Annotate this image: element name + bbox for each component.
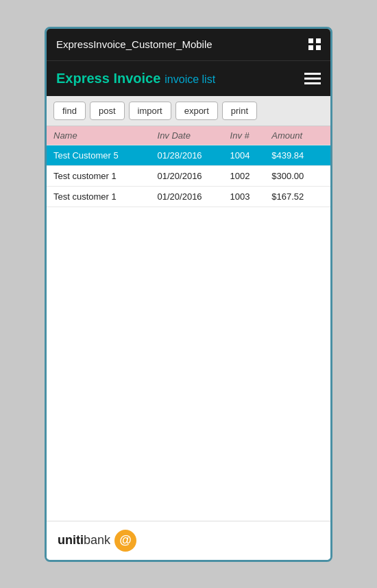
cell-invnum: 1002 — [230, 171, 272, 181]
cell-amount: $167.52 — [271, 191, 324, 202]
footer-logo-icon: @ — [114, 530, 136, 552]
cell-name: Test customer 1 — [53, 171, 158, 181]
col-header-name: Name — [53, 130, 158, 141]
grid-menu-icon[interactable] — [308, 38, 321, 51]
cell-name: Test Customer 5 — [53, 150, 158, 161]
cell-invdate: 01/28/2016 — [158, 150, 230, 161]
cell-invnum: 1003 — [230, 191, 272, 202]
cell-amount: $439.84 — [271, 150, 324, 161]
cell-invdate: 01/20/2016 — [158, 191, 230, 202]
app-title: ExpressInvoice_Customer_Mobile — [56, 38, 212, 50]
footer-brand-regular: bank — [84, 533, 110, 547]
post-button[interactable]: post — [90, 102, 125, 120]
title-bar: ExpressInvoice_Customer_Mobile — [47, 29, 330, 60]
col-header-amount: Amount — [271, 130, 324, 141]
header-subtitle: invoice list — [165, 73, 215, 86]
table-row[interactable]: Test customer 1 01/20/2016 1003 $167.52 — [47, 187, 330, 207]
table-row[interactable]: Test Customer 5 01/28/2016 1004 $439.84 — [47, 145, 330, 166]
cell-invnum: 1004 — [230, 150, 272, 161]
footer: unitibank @ — [47, 521, 330, 560]
brand-name: Express Invoice — [56, 71, 160, 86]
col-header-invnum: Inv # — [230, 130, 272, 141]
export-button[interactable]: export — [175, 102, 218, 120]
print-button[interactable]: print — [222, 102, 257, 120]
footer-brand-text: unitibank — [58, 533, 110, 548]
table-row[interactable]: Test customer 1 01/20/2016 1002 $300.00 — [47, 166, 330, 187]
col-header-invdate: Inv Date — [158, 130, 230, 141]
header-bar: Express Invoice invoice list — [47, 60, 330, 96]
import-button[interactable]: import — [129, 102, 171, 120]
header-title: Express Invoice invoice list — [56, 71, 215, 86]
cell-amount: $300.00 — [271, 171, 324, 181]
cell-invdate: 01/20/2016 — [158, 171, 230, 181]
hamburger-menu-icon[interactable] — [304, 73, 321, 84]
find-button[interactable]: find — [53, 102, 86, 120]
toolbar: find post import export print — [47, 96, 330, 126]
footer-brand-bold: uniti — [58, 533, 84, 547]
phone-frame: ExpressInvoice_Customer_Mobile Express I… — [45, 27, 332, 562]
table-header: Name Inv Date Inv # Amount — [47, 126, 330, 145]
cell-name: Test customer 1 — [53, 191, 158, 202]
invoice-table: Name Inv Date Inv # Amount Test Customer… — [47, 126, 330, 521]
